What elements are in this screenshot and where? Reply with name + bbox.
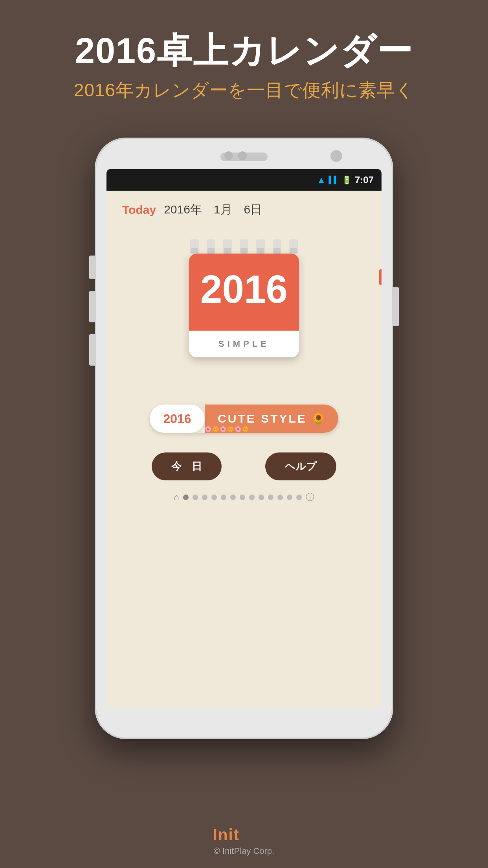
brand-letter-i2: i [228,826,233,843]
calendar-area: 2016 SIMPLE [106,247,382,357]
dot-13[interactable] [296,495,302,500]
brand-letter-I: I [213,826,218,843]
cute-banner-year: 2016 [150,405,205,433]
calendar-icon[interactable]: 2016 SIMPLE [189,247,299,357]
today-label[interactable]: Today [122,203,156,217]
cute-banner-area: 2016 CUTE STYLE 🌻 [106,405,382,433]
info-dot[interactable]: ⓘ [306,491,314,503]
today-date: 2016年 1月 6日 [164,202,262,218]
brand-footer: InitPlay © InitPlay Corp. [0,826,488,856]
wifi-icon: ▲ [317,175,326,185]
brand-letter-l: l [251,826,256,843]
dot-6[interactable] [230,495,236,500]
power-button [393,287,399,326]
cute-banner[interactable]: 2016 CUTE STYLE 🌻 [150,405,338,433]
phone: ▲ ▌▌ 🔋 7:07 Today 2016年 1月 6日 [95,138,393,739]
ring-1 [190,239,199,254]
cute-style-text: CUTE STYLE [218,412,307,425]
signal-icon: ▌▌ [328,176,339,184]
phone-camera-left [224,151,233,160]
brand-name: InitPlay [0,826,488,844]
volume-up-button [89,256,95,279]
volume-down-button [89,291,95,322]
dots-nav: ⌂ ⓘ [106,491,382,503]
cute-banner-text: CUTE STYLE 🌻 [205,405,338,433]
help-button[interactable]: ヘルプ [265,452,336,480]
header-area: 2016卓上カレンダー 2016年カレンダーを一目で便利に素早く [0,31,488,103]
calendar-footer: SIMPLE [189,331,299,357]
dot-3[interactable] [202,495,207,500]
status-icons: ▲ ▌▌ 🔋 7:07 [317,175,374,186]
calendar-word: SIMPLE [218,339,270,349]
brand-letter-n: n [218,826,228,843]
ring-2 [207,239,215,254]
dot-8[interactable] [249,495,255,500]
ring-7 [289,239,298,254]
calendar-body: 2016 SIMPLE [189,254,299,357]
silent-button [89,334,95,366]
ring-5 [256,239,265,254]
brand-letter-t: t [234,826,240,843]
dot-9[interactable] [259,495,264,500]
app-content: Today 2016年 1月 6日 [106,191,382,708]
ring-4 [240,239,248,254]
ring-3 [223,239,232,254]
brand-letter-P: P [240,826,251,843]
today-button[interactable]: 今 日 [152,452,222,480]
dot-4[interactable] [211,495,217,500]
dot-2[interactable] [193,495,198,500]
ring-6 [273,239,281,254]
brand-letter-a: a [256,826,266,843]
dot-5[interactable] [221,495,226,500]
dot-12[interactable] [287,495,292,500]
today-bar: Today 2016年 1月 6日 [106,191,382,224]
status-bar: ▲ ▌▌ 🔋 7:07 [106,169,382,191]
bottom-buttons: 今 日 ヘルプ [106,452,382,480]
phone-screen: ▲ ▌▌ 🔋 7:07 Today 2016年 1月 6日 [106,169,382,708]
home-dot[interactable]: ⌂ [174,492,179,502]
battery-icon: 🔋 [342,175,352,185]
phone-front-camera [330,150,342,162]
brand-letter-y: y [266,826,275,843]
dot-10[interactable] [268,495,273,500]
calendar-rings [190,239,298,254]
dot-7[interactable] [240,495,245,500]
dot-1[interactable] [183,495,189,500]
red-tab [379,269,382,285]
status-time: 7:07 [355,175,374,186]
phone-outer: ▲ ▌▌ 🔋 7:07 Today 2016年 1月 6日 [95,138,393,739]
phone-camera-right [238,151,247,160]
cute-icon: 🌻 [312,412,325,425]
brand-corp: © InitPlay Corp. [0,846,488,856]
sub-title: 2016年カレンダーを一目で便利に素早く [0,78,488,103]
main-title: 2016卓上カレンダー [0,31,488,70]
dot-11[interactable] [277,495,283,500]
calendar-year-number: 2016 [189,254,299,309]
